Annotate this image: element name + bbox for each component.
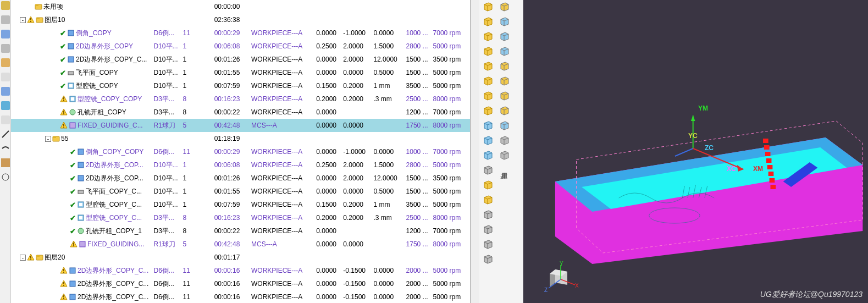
tool-icon[interactable] <box>1 44 10 53</box>
operation-row[interactable]: ✔倒角_COPY_COPYD6倒...1100:00:29WORKPIECE--… <box>11 145 470 158</box>
row-label: 孔铣开粗_COPY <box>78 108 126 117</box>
svg-point-47 <box>78 228 84 234</box>
cube-tool-icon[interactable] <box>482 194 493 205</box>
check-icon: ✔ <box>70 227 76 235</box>
svg-rect-62 <box>63 282 64 284</box>
tool-icon[interactable] <box>1 115 10 124</box>
cube-tool-icon[interactable] <box>499 31 510 42</box>
svg-rect-34 <box>63 124 64 126</box>
expand-toggle[interactable]: - <box>20 17 26 23</box>
axis-ym-label: YM <box>698 104 708 112</box>
svg-rect-9 <box>1 158 10 167</box>
operation-row[interactable]: 2D边界外形_COPY_C...D6倒...1100:00:16WORKPIEC… <box>11 264 470 277</box>
svg-rect-63 <box>63 285 64 286</box>
cube-tool-icon[interactable] <box>499 75 510 86</box>
expand-toggle[interactable]: - <box>20 255 26 261</box>
operation-row[interactable]: 孔铣开粗_COPYD3平...800:00:22WORKPIECE---A0.0… <box>11 106 470 119</box>
svg-rect-19 <box>68 43 74 49</box>
svg-rect-153 <box>769 172 774 176</box>
operation-row[interactable]: ✔2D边界外形_COPY_C...D10平...100:01:26WORKPIE… <box>11 53 470 66</box>
tool-icon[interactable] <box>1 158 10 167</box>
tree-group-row[interactable]: -5501:18:19 <box>11 132 470 145</box>
svg-rect-151 <box>766 158 772 163</box>
check-icon: ✔ <box>70 161 76 169</box>
cube-tool-icon[interactable] <box>482 46 493 57</box>
operation-row[interactable]: ✔2D边界外形_COP...D10平...100:06:08WORKPIECE-… <box>11 158 470 172</box>
cube-tool-icon[interactable] <box>499 60 510 71</box>
svg-rect-17 <box>36 18 40 19</box>
cube-tool-icon[interactable] <box>482 60 493 71</box>
svg-rect-54 <box>30 258 31 260</box>
warning-icon <box>27 254 35 261</box>
cube-tool-icon[interactable] <box>482 135 493 146</box>
tool-icon[interactable] <box>1 15 10 24</box>
cube-tool-icon[interactable] <box>482 254 493 265</box>
tool-icon[interactable] <box>1 87 10 96</box>
viewport-3d[interactable]: YM XM XC ZC YC Y X Z UG爱好者论坛@Qu19970123 <box>523 0 868 303</box>
cube-tool-icon[interactable] <box>482 75 493 86</box>
check-icon: ✔ <box>70 201 76 209</box>
cube-tool-icon[interactable] <box>482 105 493 116</box>
cube-tool-icon[interactable] <box>482 90 493 101</box>
axis-xm-label: XM <box>753 165 763 173</box>
operation-row[interactable]: 2D边界外形_COPY_C...D6倒...1100:00:16WORKPIEC… <box>11 290 470 303</box>
svg-rect-38 <box>53 136 56 138</box>
tool-icon[interactable] <box>1 173 10 181</box>
svg-rect-18 <box>68 30 74 36</box>
cube-tool-icon[interactable] <box>499 1 510 12</box>
cube-tool-icon[interactable] <box>482 31 493 42</box>
operation-row[interactable]: ✔型腔铣_COPY_C...D3平...800:16:23WORKPIECE--… <box>11 211 470 224</box>
cube-tool-icon[interactable] <box>482 224 493 235</box>
operation-row[interactable]: ✔型腔铣_COPY_C...D10平...100:07:59WORKPIECE-… <box>11 198 470 211</box>
tool-icon[interactable] <box>1 144 10 153</box>
operation-row[interactable]: ✔孔铣开粗_COPY_1D3平...800:00:22WORKPIECE---A… <box>11 224 470 238</box>
operation-row[interactable]: ✔飞平面_COPY_C...D10平...100:01:55WORKPIECE-… <box>11 185 470 198</box>
operation-row[interactable]: ✔2D边界外形_COPYD10平...100:06:08WORKPIECE---… <box>11 40 470 53</box>
cube-tool-icon[interactable] <box>499 150 510 161</box>
tool-icon[interactable] <box>1 58 10 67</box>
svg-rect-68 <box>70 294 75 300</box>
svg-marker-108 <box>484 166 492 174</box>
tree-group-row[interactable]: 未用项00:00:00 <box>11 0 470 13</box>
operation-row[interactable]: ✔飞平面_COPYD10平...100:01:55WORKPIECE---A0.… <box>11 66 470 79</box>
cube-tool-icon[interactable] <box>482 179 493 190</box>
view-cube[interactable]: Y X Z <box>545 263 576 295</box>
cube-tool-icon[interactable] <box>482 16 493 27</box>
middle-toolbar: 重用库» <box>479 0 523 303</box>
tool-icon[interactable] <box>1 101 10 110</box>
cube-tool-icon[interactable] <box>482 150 493 161</box>
cube-tool-icon[interactable] <box>482 164 493 175</box>
cube-tool-icon[interactable] <box>499 135 510 146</box>
operation-row[interactable]: 型腔铣_COPY_COPYD3平...800:16:23WORKPIECE---… <box>11 92 470 106</box>
svg-rect-31 <box>63 113 64 114</box>
tool-icon[interactable] <box>1 1 10 10</box>
operation-row[interactable]: 2D边界外形_COPY_C...D6倒...1100:00:16WORKPIEC… <box>11 277 470 290</box>
tool-icon[interactable] <box>1 130 10 139</box>
operation-row[interactable]: FIXED_GUIDING_C...R1球刀500:42:48MCS---A0.… <box>11 119 470 132</box>
cube-tool-icon[interactable] <box>482 1 493 12</box>
cube-tool-icon[interactable] <box>499 90 510 101</box>
tree-group-row[interactable]: -图层2000:01:17 <box>11 251 470 264</box>
operation-row[interactable]: ✔2D边界外形_COP...D10平...100:01:26WORKPIECE-… <box>11 172 470 185</box>
svg-marker-100 <box>484 107 492 115</box>
cube-tool-icon[interactable] <box>499 105 510 116</box>
cube-tool-icon[interactable] <box>499 46 510 57</box>
cube-tool-icon[interactable] <box>499 120 510 131</box>
tree-group-row[interactable]: -图层1002:36:38 <box>11 13 470 26</box>
tool-icon[interactable] <box>1 30 10 38</box>
scrollbar[interactable] <box>471 0 479 303</box>
operation-row[interactable]: FIXED_GUIDING...R1球刀500:42:48MCS---A0.00… <box>11 238 470 251</box>
operation-row[interactable]: ✔倒角_COPYD6倒...1100:00:29WORKPIECE---A0.0… <box>11 26 470 40</box>
row-label: 型腔铣_COPY <box>76 81 118 91</box>
cube-tool-icon[interactable] <box>499 16 510 27</box>
operation-row[interactable]: ✔型腔铣_COPYD10平...100:07:59WORKPIECE---A0.… <box>11 79 470 92</box>
cube-tool-icon[interactable] <box>482 239 493 250</box>
svg-marker-118 <box>484 240 492 249</box>
tool-icon[interactable] <box>1 73 10 81</box>
cube-tool-icon[interactable] <box>482 120 493 131</box>
expand-toggle[interactable]: - <box>45 136 51 142</box>
svg-rect-39 <box>78 149 84 155</box>
svg-rect-0 <box>1 1 10 10</box>
cube-tool-icon[interactable] <box>482 209 493 220</box>
more-icon[interactable]: » <box>499 172 509 181</box>
